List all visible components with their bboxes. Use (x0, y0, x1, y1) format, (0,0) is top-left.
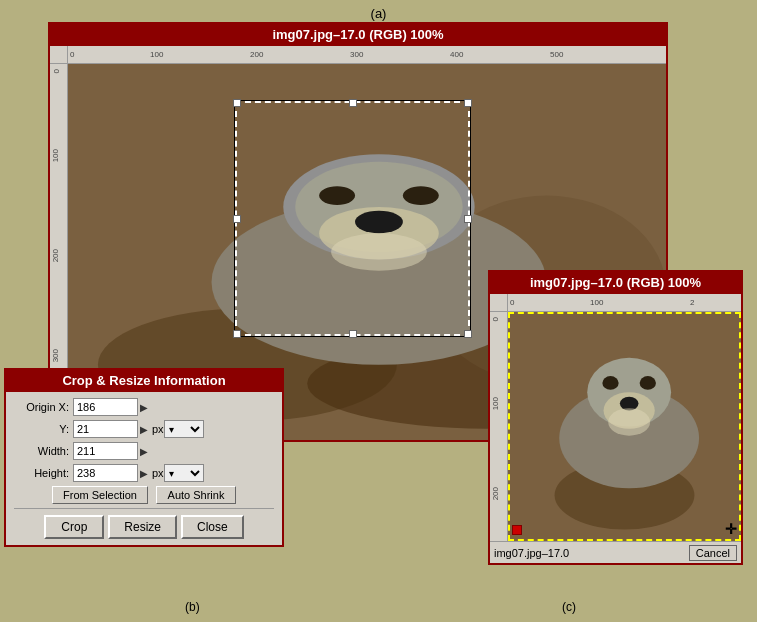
from-selection-button[interactable]: From Selection (52, 486, 148, 504)
ruler-num-200: 200 (250, 50, 263, 59)
result-statusbar: img07.jpg–17.0 Cancel (490, 541, 741, 563)
label-c: (c) (562, 600, 576, 614)
ruler-top: 0 100 200 300 400 500 (68, 46, 666, 64)
ruler-num-400: 400 (450, 50, 463, 59)
height-unit-select[interactable]: ▾ (164, 464, 204, 482)
result-ruler-2: 2 (690, 298, 694, 307)
result-wolf-image (508, 312, 741, 541)
width-label: Width: (14, 445, 69, 457)
result-window-titlebar: img07.jpg–17.0 (RGB) 100% (490, 272, 741, 294)
result-ruler-v-0: 0 (491, 317, 500, 321)
bottom-labels: (b) (c) (4, 600, 757, 614)
result-window-content: 0 100 2 0 100 200 (490, 294, 741, 541)
svg-point-22 (640, 376, 656, 390)
height-input[interactable] (73, 464, 138, 482)
result-ruler-v-200: 200 (491, 487, 500, 500)
y-arrow: ▶ (140, 424, 148, 435)
ruler-num-v-0: 0 (52, 69, 61, 73)
resize-button[interactable]: Resize (108, 515, 177, 539)
ruler-num-v-300: 300 (51, 349, 60, 362)
ruler-num-0: 0 (70, 50, 74, 59)
height-unit: px (152, 467, 164, 479)
result-ruler-v-100: 100 (491, 397, 500, 410)
main-window-titlebar: img07.jpg–17.0 (RGB) 100% (50, 24, 666, 46)
origin-x-row: Origin X: ▶ (14, 398, 274, 416)
y-unit: px (152, 423, 164, 435)
y-unit-select[interactable]: ▾ (164, 420, 204, 438)
crop-button[interactable]: Crop (44, 515, 104, 539)
crop-dialog-body: Origin X: ▶ Y: ▶ px ▾ Width: ▶ Height: ▶… (6, 392, 282, 545)
ruler-num-300: 300 (350, 50, 363, 59)
ruler-num-v-200: 200 (51, 249, 60, 262)
y-label: Y: (14, 423, 69, 435)
auto-shrink-button[interactable]: Auto Shrink (156, 486, 236, 504)
ruler-num-v-100: 100 (51, 149, 60, 162)
svg-point-12 (355, 211, 403, 234)
height-label: Height: (14, 467, 69, 479)
width-arrow: ▶ (140, 446, 148, 457)
result-ruler-left: 0 100 200 (490, 312, 508, 541)
crosshair-icon: ✛ (725, 521, 737, 537)
width-row: Width: ▶ (14, 442, 274, 460)
red-square-indicator (512, 525, 522, 535)
ruler-num-100: 100 (150, 50, 163, 59)
crop-dialog-titlebar: Crop & Resize Information (6, 370, 282, 392)
dialog-main-buttons: Crop Resize Close (14, 508, 274, 539)
result-ruler-corner (490, 294, 508, 312)
origin-x-input[interactable] (73, 398, 138, 416)
svg-point-10 (319, 186, 355, 205)
height-arrow: ▶ (140, 468, 148, 479)
origin-x-label: Origin X: (14, 401, 69, 413)
ruler-num-500: 500 (550, 50, 563, 59)
crop-resize-dialog: Crop & Resize Information Origin X: ▶ Y:… (4, 368, 284, 547)
result-ruler-top: 0 100 2 (508, 294, 741, 312)
result-image-window: img07.jpg–17.0 (RGB) 100% 0 100 2 0 100 … (488, 270, 743, 565)
y-row: Y: ▶ px ▾ (14, 420, 274, 438)
result-ruler-0: 0 (510, 298, 514, 307)
svg-point-24 (608, 408, 650, 435)
ruler-corner (50, 46, 68, 64)
close-button[interactable]: Close (181, 515, 244, 539)
svg-point-11 (403, 186, 439, 205)
dialog-action-buttons: From Selection Auto Shrink (14, 486, 274, 504)
width-input[interactable] (73, 442, 138, 460)
y-input[interactable] (73, 420, 138, 438)
height-row: Height: ▶ px ▾ (14, 464, 274, 482)
origin-x-arrow: ▶ (140, 402, 148, 413)
label-b: (b) (185, 600, 200, 614)
label-a: (a) (0, 6, 757, 21)
result-statusbar-text: img07.jpg–17.0 (494, 547, 569, 559)
result-ruler-100: 100 (590, 298, 603, 307)
result-cancel-button[interactable]: Cancel (689, 545, 737, 561)
svg-point-13 (331, 233, 427, 271)
svg-point-21 (602, 376, 618, 390)
